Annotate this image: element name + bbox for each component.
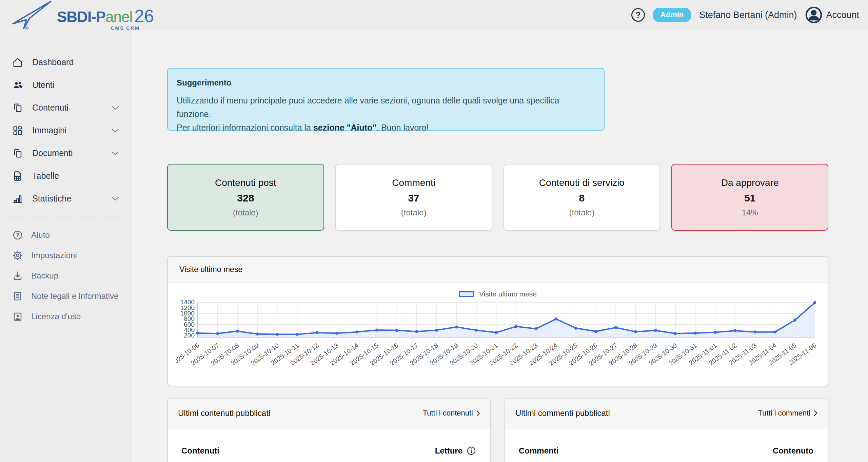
suggestion-line1: Utilizzando il menu principale puoi acce…	[177, 94, 595, 121]
sidebar-item-aiuto[interactable]: ? Aiuto	[0, 225, 131, 245]
home-icon	[12, 57, 23, 68]
account-menu[interactable]: Account	[805, 6, 859, 24]
svg-text:?: ?	[16, 232, 19, 238]
sidebar-item-label: Aiuto	[31, 230, 50, 240]
stat-card-da-approvare[interactable]: Da approvare 51 14%	[671, 164, 828, 231]
sidebar-item-label: Note legali e informative	[31, 291, 118, 301]
all-comments-link[interactable]: Tutti i commenti	[758, 409, 817, 418]
document-lines-icon	[12, 291, 23, 302]
stat-cards-row: Contenuti post 328 (totale) Commenti 37 …	[167, 164, 828, 231]
all-contents-link[interactable]: Tutti i contenuti	[423, 409, 480, 418]
visits-chart-svg: 2004006008001000120014002025-10-062025-1…	[176, 300, 820, 367]
app-root: ® SBDI-Panel26 CMS CRM ? Admin Stefano B…	[0, 0, 868, 462]
sidebar-item-label: Contenuti	[32, 103, 68, 113]
suggestion-bold-aiuto: sezione "Aiuto"	[313, 123, 376, 132]
sidebar-item-utenti[interactable]: Utenti	[0, 74, 131, 96]
download-icon	[12, 270, 23, 281]
sidebar-item-tabelle[interactable]: Tabelle	[0, 165, 131, 187]
app-logo: ® SBDI-Panel26 CMS CRM	[10, 0, 154, 31]
role-badge: Admin	[653, 8, 691, 22]
stat-subtitle: (totale)	[569, 208, 595, 217]
sidebar-item-label: Impostazioni	[31, 251, 77, 260]
help-icon[interactable]: ?	[631, 8, 645, 22]
gallery-icon	[12, 125, 23, 136]
stat-value: 51	[744, 192, 755, 204]
card-title: Ultimi commenti pubblicati	[515, 408, 610, 418]
sidebar-item-label: Documenti	[32, 148, 73, 158]
license-badge-icon	[12, 311, 23, 322]
legend-swatch	[459, 291, 474, 297]
sidebar: Dashboard Utenti Contenuti Immagini	[0, 30, 131, 462]
stat-card-contenuti-post[interactable]: Contenuti post 328 (totale)	[167, 164, 324, 231]
column-header-contenuto: Contenuto	[773, 446, 813, 456]
sidebar-item-impostazioni[interactable]: Impostazioni	[0, 245, 131, 266]
account-label: Account	[826, 10, 859, 20]
svg-text:®: ®	[25, 26, 29, 31]
bar-chart-icon	[12, 193, 23, 204]
stat-card-commenti[interactable]: Commenti 37 (totale)	[335, 164, 492, 231]
brand-sbdi: SBDI-	[57, 9, 96, 24]
info-icon[interactable]	[467, 446, 476, 456]
sidebar-item-contenuti[interactable]: Contenuti	[0, 96, 131, 119]
column-header-contenuti: Contenuti	[181, 446, 219, 456]
brand-number: 26	[134, 7, 154, 25]
stat-subtitle: (totale)	[233, 208, 258, 217]
sidebar-item-label: Backup	[31, 271, 58, 281]
paper-plane-icon: ®	[10, 0, 54, 31]
brand-p: P	[96, 9, 105, 24]
stat-value: 8	[579, 192, 585, 204]
sidebar-item-label: Tabelle	[32, 171, 59, 181]
stat-subtitle: (totale)	[401, 208, 427, 217]
stat-title: Commenti	[392, 177, 435, 188]
stat-value: 37	[408, 192, 419, 204]
column-header-commenti: Commenti	[519, 446, 558, 456]
suggestion-line2: Per ulteriori informazioni consulta la s…	[177, 121, 595, 134]
latest-contents-card: Ultimi contenuti pubblicati Tutti i cont…	[167, 398, 491, 462]
brand-subtitle: CMS CRM	[57, 25, 154, 31]
sidebar-item-dashboard[interactable]: Dashboard	[0, 51, 131, 74]
avatar-icon	[805, 6, 823, 24]
visits-chart-card: Visite ultimo mese Visite ultimo mese 20…	[167, 256, 828, 386]
top-header: ® SBDI-Panel26 CMS CRM ? Admin Stefano B…	[0, 0, 868, 30]
gear-icon	[12, 250, 23, 261]
chart-card-header: Visite ultimo mese	[168, 257, 828, 283]
stat-card-contenuti-servizio[interactable]: Contenuti di servizio 8 (totale)	[504, 164, 660, 231]
stat-title: Contenuti di servizio	[539, 177, 625, 188]
stat-title: Contenuti post	[215, 177, 276, 188]
sidebar-item-backup[interactable]: Backup	[0, 266, 131, 286]
stat-subtitle: 14%	[742, 208, 758, 217]
chart-body: Visite ultimo mese 200400600800100012001…	[168, 283, 828, 369]
latest-comments-card: Ultimi commenti pubblicati Tutti i comme…	[505, 398, 828, 462]
chevron-down-icon	[112, 197, 119, 201]
sidebar-item-label: Statistiche	[32, 194, 71, 204]
chart-card-title: Visite ultimo mese	[179, 265, 242, 274]
suggestion-box: Suggerimento Utilizzando il menu princip…	[167, 68, 605, 131]
sidebar-item-documenti[interactable]: Documenti	[0, 142, 131, 165]
main-content: Suggerimento Utilizzando il menu princip…	[132, 30, 868, 462]
sidebar-item-licenza[interactable]: Licenza d'uso	[0, 306, 131, 327]
chevron-down-icon	[112, 129, 119, 133]
help-circle-icon: ?	[12, 230, 23, 240]
users-icon	[12, 80, 23, 91]
stat-title: Da approvare	[721, 177, 779, 188]
sidebar-item-label: Licenza d'uso	[31, 312, 81, 321]
chevron-right-icon	[476, 410, 480, 416]
chevron-down-icon	[112, 151, 119, 155]
stat-value: 328	[237, 192, 254, 204]
pages-icon	[12, 148, 23, 159]
sidebar-item-statistiche[interactable]: Statistiche	[0, 187, 131, 210]
bottom-cards-row: Ultimi contenuti pubblicati Tutti i cont…	[167, 398, 828, 462]
column-header-letture: Letture	[435, 446, 462, 456]
brand-anel: anel	[105, 9, 132, 24]
sidebar-item-immagini[interactable]: Immagini	[0, 119, 131, 142]
table-file-icon	[12, 171, 23, 181]
sidebar-item-label: Dashboard	[32, 57, 74, 67]
chart-legend: Visite ultimo mese	[176, 290, 820, 298]
pages-icon	[12, 102, 23, 113]
sidebar-item-label: Utenti	[32, 80, 54, 90]
legend-label: Visite ultimo mese	[479, 290, 537, 298]
card-title: Ultimi contenuti pubblicati	[178, 408, 270, 418]
chevron-right-icon	[814, 410, 817, 416]
sidebar-item-note-legali[interactable]: Note legali e informative	[0, 286, 131, 306]
suggestion-title: Suggerimento	[177, 78, 595, 88]
